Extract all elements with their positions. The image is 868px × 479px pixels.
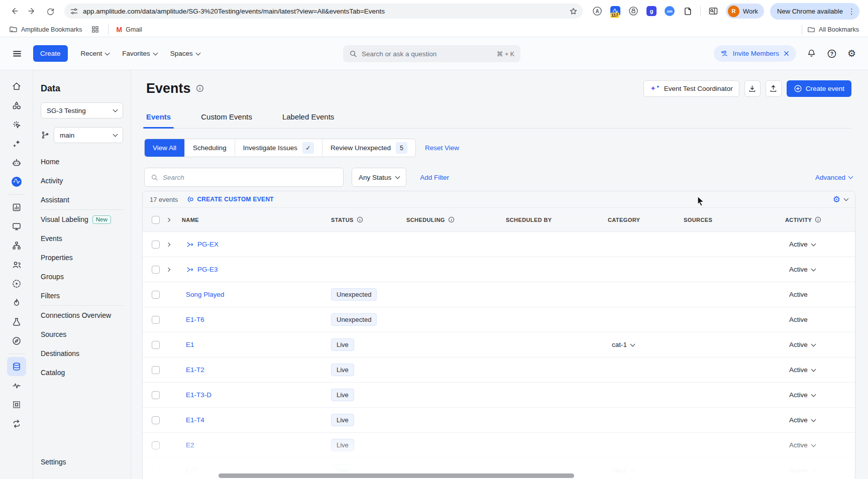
notifications-bell-icon[interactable]: [807, 49, 816, 58]
recent-menu[interactable]: Recent: [81, 50, 110, 57]
row-checkbox[interactable]: [152, 316, 160, 324]
reload-icon[interactable]: [42, 3, 58, 19]
sidebar-item-sources[interactable]: Sources: [41, 325, 123, 344]
expand-row-icon[interactable]: [166, 267, 170, 271]
activity-dropdown[interactable]: Active: [789, 466, 815, 474]
row-checkbox[interactable]: [152, 341, 160, 349]
rail-objects-icon[interactable]: [7, 96, 26, 115]
activity-dropdown[interactable]: Active: [789, 341, 815, 348]
category-dropdown[interactable]: cat-2: [612, 466, 634, 474]
sidebar-item-catalog[interactable]: Catalog: [41, 363, 123, 382]
event-name-link[interactable]: E1-T3-D: [186, 391, 211, 399]
info-icon[interactable]: [196, 84, 204, 92]
column-activity[interactable]: ACTIVITY: [785, 216, 855, 223]
favorites-menu[interactable]: Favorites: [122, 50, 157, 57]
spaces-menu[interactable]: Spaces: [170, 50, 200, 57]
upload-button[interactable]: [766, 80, 782, 97]
sidebar-item-destinations[interactable]: Destinations: [41, 344, 123, 363]
rail-data-icon[interactable]: [7, 357, 26, 376]
bookmarks-folder[interactable]: Amplitude Bookmarks: [9, 25, 82, 34]
row-checkbox[interactable]: [152, 441, 160, 449]
sidebar-item-activity[interactable]: Activity: [41, 171, 123, 190]
table-search[interactable]: [144, 168, 344, 187]
tab-labeled-events[interactable]: Labeled Events: [282, 112, 334, 128]
tab-events[interactable]: Events: [146, 112, 171, 128]
rail-amplitude-logo[interactable]: [7, 172, 26, 191]
create-button[interactable]: Create: [33, 45, 68, 62]
rail-discover-compass-icon[interactable]: [7, 331, 26, 350]
activity-dropdown[interactable]: Active: [789, 266, 815, 273]
row-checkbox[interactable]: [152, 241, 160, 249]
create-custom-event-link[interactable]: CREATE CUSTOM EVENT: [187, 196, 274, 203]
row-checkbox[interactable]: [152, 366, 160, 374]
rail-home-icon[interactable]: [7, 77, 26, 96]
rail-session-replay-icon[interactable]: [7, 274, 26, 293]
advanced-link[interactable]: Advanced: [815, 174, 852, 181]
event-test-coordinator-button[interactable]: ✦✦ Event Test Coordinator: [643, 80, 739, 97]
category-dropdown[interactable]: cat-1: [612, 341, 634, 348]
activity-dropdown[interactable]: Active: [789, 366, 815, 374]
sidebar-item-assistant[interactable]: Assistant: [41, 190, 123, 209]
row-checkbox[interactable]: [152, 266, 160, 274]
clip-extension-icon[interactable]: [682, 6, 693, 17]
sidebar-item-visual-labeling[interactable]: Visual LabelingNew: [41, 210, 123, 229]
investigate-issues-segment[interactable]: Investigate Issues ✓: [235, 139, 322, 157]
chevron-down-icon[interactable]: [844, 196, 849, 201]
tab-custom-events[interactable]: Custom Events: [201, 112, 252, 128]
bookmark-gmail[interactable]: M Gmail: [117, 26, 142, 34]
view-all-segment[interactable]: View All: [144, 139, 185, 157]
side-panel-icon[interactable]: [708, 6, 719, 17]
rail-experiment-flask-icon[interactable]: [7, 312, 26, 331]
rail-heatmap-flame-icon[interactable]: [7, 293, 26, 312]
rail-dashboards-icon[interactable]: [7, 217, 26, 236]
forward-icon[interactable]: [24, 3, 40, 19]
column-scheduling[interactable]: SCHEDULING: [406, 216, 506, 223]
table-search-input[interactable]: [163, 174, 337, 181]
row-checkbox[interactable]: [152, 391, 160, 399]
status-filter-dropdown[interactable]: Any Status: [352, 168, 406, 187]
site-settings-icon[interactable]: [70, 8, 78, 15]
rail-sync-icon[interactable]: [7, 414, 26, 433]
event-name-link[interactable]: E1: [186, 341, 194, 348]
close-icon[interactable]: [783, 50, 790, 57]
create-event-button[interactable]: Create event: [787, 80, 851, 97]
scheduling-segment[interactable]: Scheduling: [184, 139, 235, 157]
zoom-extension-icon[interactable]: zm: [664, 6, 675, 17]
row-checkbox[interactable]: [152, 291, 160, 299]
g-extension-icon[interactable]: g: [646, 6, 657, 17]
activity-dropdown[interactable]: Active: [789, 391, 815, 399]
sidebar-item-connections-overview[interactable]: Connections Overview: [41, 306, 123, 325]
sidebar-item-settings[interactable]: Settings: [41, 452, 66, 471]
select-all-checkbox[interactable]: [152, 216, 160, 224]
download-button[interactable]: [744, 80, 761, 97]
sidebar-item-events[interactable]: Events: [41, 229, 123, 248]
extension-a-icon[interactable]: A: [592, 6, 603, 17]
column-status[interactable]: STATUS: [331, 216, 406, 223]
sidebar-item-filters[interactable]: Filters: [41, 286, 123, 305]
all-bookmarks[interactable]: All Bookmarks: [807, 26, 859, 34]
rail-frame-icon[interactable]: [7, 395, 26, 414]
expand-all-icon[interactable]: [166, 217, 170, 221]
event-name-link[interactable]: E2T: [186, 466, 198, 474]
browser-profile-chip[interactable]: R Work: [726, 4, 764, 19]
sidebar-item-groups[interactable]: Groups: [41, 267, 123, 286]
project-select[interactable]: SG-3 Testing: [41, 102, 123, 118]
global-search[interactable]: ⌘ + K: [343, 45, 520, 62]
table-settings-gear-icon[interactable]: ⚙: [833, 195, 840, 204]
event-name-link[interactable]: PG-E3: [186, 266, 218, 274]
bottom-scroll-pill[interactable]: [219, 473, 574, 478]
rail-ai-sparkles-icon[interactable]: [7, 134, 26, 153]
back-icon[interactable]: [6, 3, 22, 19]
browser-menu-icon[interactable]: ⋮: [848, 8, 855, 15]
expand-row-icon[interactable]: [166, 242, 170, 246]
sidebar-item-home[interactable]: Home: [41, 152, 123, 171]
column-name[interactable]: NAME: [182, 217, 331, 223]
rail-assistant-robot-icon[interactable]: [7, 153, 26, 172]
event-name-link[interactable]: E1-T6: [186, 316, 204, 323]
reset-view-link[interactable]: Reset View: [425, 144, 459, 152]
settings-gear-icon[interactable]: ⚙: [847, 49, 856, 58]
hamburger-menu-icon[interactable]: [12, 49, 22, 59]
bookmark-star-icon[interactable]: [569, 7, 578, 16]
url-bar[interactable]: app.amplitude.com/data/amplitude/SG-3%20…: [64, 4, 583, 19]
help-icon[interactable]: ?: [827, 49, 837, 59]
